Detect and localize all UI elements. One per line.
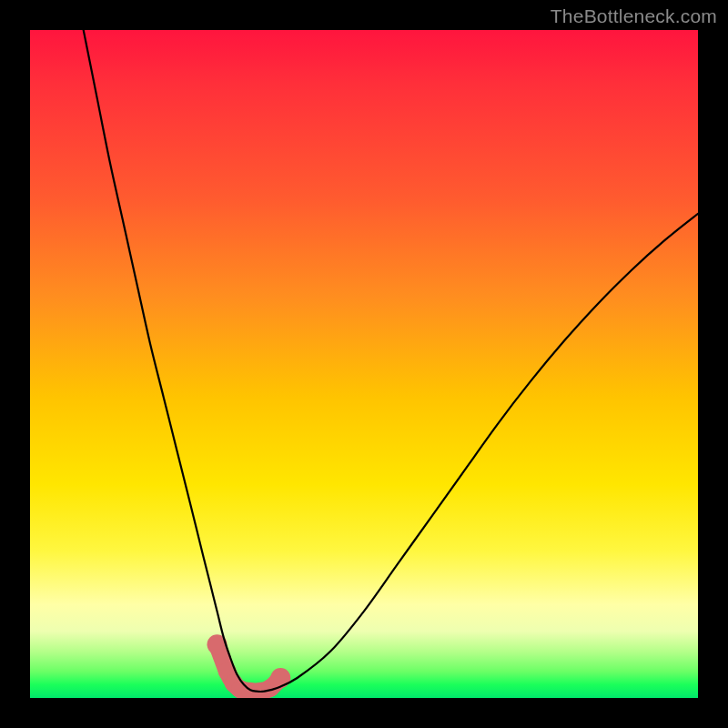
bottleneck-curve — [84, 30, 698, 692]
chart-frame: TheBottleneck.com — [0, 0, 728, 728]
watermark-text: TheBottleneck.com — [551, 5, 717, 27]
plot-area — [30, 30, 698, 698]
trough-dot — [270, 668, 290, 688]
chart-svg — [30, 30, 698, 698]
